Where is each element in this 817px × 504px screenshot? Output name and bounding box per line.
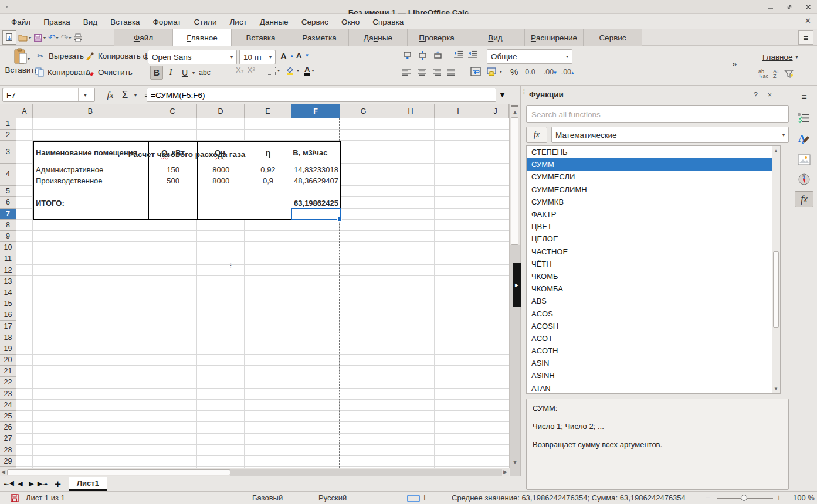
horizontal-scroll-thumb[interactable] bbox=[7, 469, 230, 475]
undo-icon[interactable]: ↶▾ bbox=[48, 30, 59, 45]
column-header-A[interactable]: A bbox=[16, 104, 33, 118]
borders-dropdown-icon[interactable]: ▾ bbox=[277, 68, 280, 73]
row-header-22[interactable]: 22 bbox=[0, 377, 16, 388]
row-header-1[interactable]: 1 bbox=[0, 118, 16, 130]
sidebar-collapse-handle[interactable]: ▶ bbox=[513, 263, 521, 307]
zoom-out-icon[interactable]: − bbox=[705, 493, 710, 502]
row-header-4[interactable]: 4 bbox=[0, 164, 16, 186]
menu-Правка[interactable]: Правка bbox=[37, 14, 77, 29]
function-list-scrollbar[interactable]: ▲ ▼ bbox=[772, 145, 781, 394]
next-sheet-icon[interactable]: ▶ bbox=[26, 480, 37, 488]
column-header-B[interactable]: B bbox=[33, 104, 148, 118]
sidebar-settings-icon[interactable]: ≡ bbox=[795, 89, 813, 105]
row-header-25[interactable]: 25 bbox=[0, 411, 16, 422]
font-color-icon[interactable]: A bbox=[304, 66, 310, 76]
scroll-down-icon[interactable]: ▼ bbox=[772, 386, 779, 391]
ribbon-tab-Файл[interactable]: Файл bbox=[114, 29, 173, 46]
row-header-17[interactable]: 17 bbox=[0, 321, 16, 332]
row-header-3[interactable]: 3 bbox=[0, 141, 16, 163]
italic-button[interactable]: I bbox=[164, 66, 177, 80]
currency-dropdown-icon[interactable]: ▾ bbox=[500, 69, 502, 74]
align-justify-icon[interactable] bbox=[446, 68, 456, 76]
row-header-8[interactable]: 8 bbox=[0, 220, 16, 231]
close-button[interactable] bbox=[804, 3, 812, 11]
background-color-icon[interactable] bbox=[285, 66, 295, 76]
align-left-icon[interactable] bbox=[402, 68, 412, 76]
currency-format-icon[interactable] bbox=[487, 67, 497, 77]
function-search-input[interactable] bbox=[526, 105, 789, 123]
strikethrough-button[interactable]: abc bbox=[196, 66, 213, 80]
row-header-28[interactable]: 28 bbox=[0, 444, 16, 455]
function-item-ЦВЕТ[interactable]: ЦВЕТ bbox=[527, 220, 780, 233]
name-box-dropdown-icon[interactable]: ▾ bbox=[78, 88, 92, 101]
toolbar-overflow-icon[interactable]: » bbox=[732, 59, 737, 69]
zoom-slider-knob[interactable] bbox=[741, 495, 747, 501]
function-item-ФАКТР[interactable]: ФАКТР bbox=[527, 208, 780, 220]
row-header-11[interactable]: 11 bbox=[0, 253, 16, 264]
ribbon-tab-Данные[interactable]: Данные bbox=[349, 29, 408, 46]
function-item-СУММКВ[interactable]: СУММКВ bbox=[527, 196, 780, 208]
function-wizard-icon[interactable]: fx bbox=[104, 88, 116, 102]
function-item-ATAN[interactable]: ATAN bbox=[527, 382, 780, 394]
open-file-icon[interactable]: ▾ bbox=[18, 30, 32, 45]
scroll-up-icon[interactable]: ▲ bbox=[510, 109, 520, 115]
row-header-18[interactable]: 18 bbox=[0, 332, 16, 343]
add-decimal-icon[interactable]: .00▾ bbox=[544, 68, 557, 76]
previous-sheet-icon[interactable]: ◀ bbox=[15, 480, 26, 488]
autosum-icon[interactable]: Σ bbox=[118, 88, 131, 102]
row-header-27[interactable]: 27 bbox=[0, 433, 16, 444]
sidebar-close-icon[interactable]: × bbox=[767, 90, 772, 99]
column-header-G[interactable]: G bbox=[340, 104, 387, 118]
function-item-ACOSH[interactable]: ACOSH bbox=[527, 320, 780, 332]
cut-button[interactable]: ✂ Вырезать bbox=[35, 50, 84, 61]
function-item-ASINH[interactable]: ASINH bbox=[527, 369, 780, 382]
select-all-corner[interactable] bbox=[0, 104, 16, 118]
row-header-20[interactable]: 20 bbox=[0, 355, 16, 366]
menu-Данные[interactable]: Данные bbox=[253, 14, 295, 29]
function-item-ЧАСТНОЕ[interactable]: ЧАСТНОЕ bbox=[527, 246, 780, 258]
row-header-26[interactable]: 26 bbox=[0, 422, 16, 433]
wrap-text-icon[interactable] bbox=[470, 67, 481, 76]
column-header-F[interactable]: F bbox=[291, 104, 340, 118]
autofilter-icon[interactable] bbox=[784, 69, 794, 79]
sidebar-help-icon[interactable]: ? bbox=[754, 90, 758, 99]
borders-icon[interactable] bbox=[267, 67, 276, 75]
ribbon-tab-Проверка[interactable]: Проверка bbox=[408, 29, 466, 46]
copy-button[interactable]: Копировать bbox=[34, 67, 90, 77]
function-item-ASIN[interactable]: ASIN bbox=[527, 357, 780, 369]
formula-input[interactable] bbox=[147, 88, 496, 102]
align-center-icon[interactable] bbox=[417, 68, 426, 76]
column-header-E[interactable]: E bbox=[245, 104, 291, 118]
selection-mode-icon[interactable] bbox=[407, 495, 420, 502]
menu-Окно[interactable]: Окно bbox=[335, 14, 366, 29]
context-group-label[interactable]: Главное▾ bbox=[762, 53, 798, 62]
menu-Файл[interactable]: Файл bbox=[5, 14, 37, 29]
function-item-СУММЕСЛИ[interactable]: СУММЕСЛИ bbox=[527, 171, 780, 183]
row-header-24[interactable]: 24 bbox=[0, 400, 16, 411]
function-category-combo[interactable]: Математические▾ bbox=[551, 127, 789, 143]
spreadsheet-grid[interactable]: Расчет часового расхода газа Наименовани… bbox=[16, 118, 509, 468]
functions-deck-icon[interactable]: fx bbox=[795, 191, 813, 207]
row-header-23[interactable]: 23 bbox=[0, 389, 16, 400]
menu-Справка[interactable]: Справка bbox=[366, 14, 410, 29]
last-sheet-icon[interactable]: ▶⯮ bbox=[37, 480, 48, 488]
row-header-6[interactable]: 6 bbox=[0, 197, 16, 208]
menu-Вид[interactable]: Вид bbox=[77, 14, 104, 29]
horizontal-scrollbar[interactable]: ◀ ▶ bbox=[0, 468, 509, 476]
menu-Формат[interactable]: Формат bbox=[147, 14, 188, 29]
row-header-13[interactable]: 13 bbox=[0, 276, 16, 287]
clear-formatting-button[interactable]: A Очистить bbox=[84, 67, 133, 77]
zoom-level-status[interactable]: 100 % bbox=[793, 493, 815, 502]
expand-formula-bar-icon[interactable]: ▼ bbox=[499, 90, 506, 99]
properties-deck-icon[interactable] bbox=[795, 110, 813, 127]
shrink-font-icon[interactable]: A▼ bbox=[296, 51, 309, 60]
print-icon[interactable] bbox=[73, 30, 83, 45]
split-window-handle[interactable] bbox=[511, 105, 518, 107]
row-header-9[interactable]: 9 bbox=[0, 231, 16, 242]
row-header-15[interactable]: 15 bbox=[0, 298, 16, 309]
styles-deck-icon[interactable]: A bbox=[795, 130, 813, 147]
font-color-dropdown-icon[interactable]: ▾ bbox=[311, 68, 314, 73]
scroll-right-icon[interactable]: ▶ bbox=[503, 469, 507, 475]
function-item-ABS[interactable]: ABS bbox=[527, 295, 780, 307]
ribbon-tab-Расширение[interactable]: Расширение bbox=[525, 29, 584, 46]
